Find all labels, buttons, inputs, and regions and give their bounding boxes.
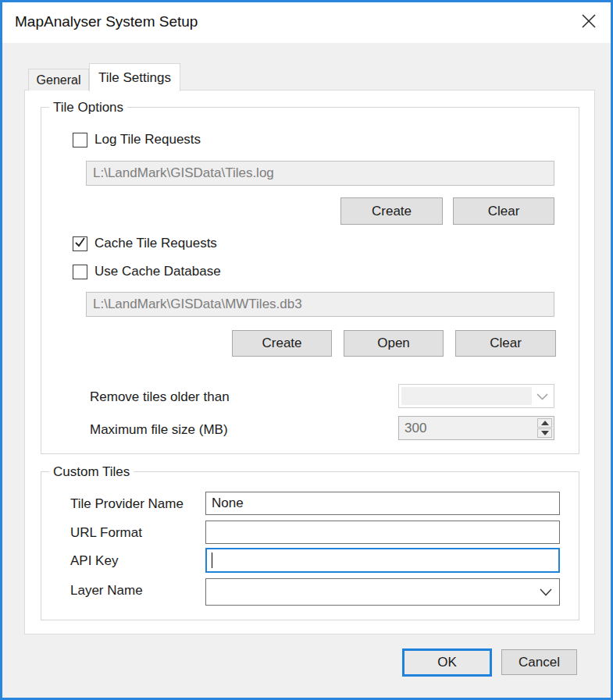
max-file-size-spinner[interactable]: 300 [398,416,554,440]
cache-tile-requests-label: Cache Tile Requests [94,236,217,251]
custom-tiles-group: Custom Tiles Tile Provider Name URL Form… [41,471,579,620]
remove-tiles-combobox[interactable] [398,384,554,408]
text-caret [212,553,212,568]
tile-options-group: Tile Options Log Tile Requests L:\LandMa… [41,107,579,454]
url-format-label: URL Format [70,525,142,541]
layer-name-label: Layer Name [70,583,143,599]
window-title: MapAnalyser System Setup [15,13,198,30]
ok-button[interactable]: OK [402,648,492,677]
combobox-fill [401,387,532,405]
cancel-button[interactable]: Cancel [501,649,577,675]
cache-tile-requests-checkbox[interactable] [73,236,87,251]
use-cache-database-checkbox[interactable] [73,265,87,279]
use-cache-database-row: Use Cache Database [73,264,221,279]
checkmark-icon [74,236,86,251]
use-cache-database-label: Use Cache Database [94,264,221,279]
max-file-size-value: 300 [405,421,426,436]
tile-provider-name-input[interactable] [206,492,559,514]
tile-provider-name-field-wrap [205,492,560,515]
remove-tiles-label: Remove tiles older than [90,389,230,405]
chevron-down-icon [540,585,552,599]
tile-settings-page: Tile Options Log Tile Requests L:\LandMa… [24,90,595,634]
arrow-down-icon [541,431,549,435]
log-tile-requests-checkbox[interactable] [73,133,87,147]
arrow-up-icon [541,421,549,425]
tile-options-legend: Tile Options [49,100,127,115]
api-key-input[interactable] [207,549,558,571]
log-create-button[interactable]: Create [340,197,443,225]
url-format-field-wrap [205,521,560,544]
spin-up-button[interactable] [537,418,552,428]
max-file-size-label: Maximum file size (MB) [90,422,228,438]
custom-tiles-legend: Custom Tiles [49,464,134,480]
spin-down-button[interactable] [537,428,552,438]
chevron-down-icon [536,389,548,403]
db-create-button[interactable]: Create [232,330,332,357]
api-key-field-wrap [205,548,560,573]
log-tile-requests-row: Log Tile Requests [73,132,201,147]
dialog-mapanalyser-system-setup: MapAnalyser System Setup General Tile Se… [0,0,613,700]
tile-provider-name-label: Tile Provider Name [70,496,184,512]
log-tile-requests-label: Log Tile Requests [94,132,201,147]
url-format-input[interactable] [206,521,559,543]
spinner-buttons [537,418,552,438]
layer-name-combobox[interactable] [205,578,560,606]
tab-general[interactable]: General [28,69,89,91]
title-bar[interactable]: MapAnalyser System Setup [2,2,611,43]
db-clear-button[interactable]: Clear [455,330,556,357]
cache-tile-requests-row: Cache Tile Requests [73,236,217,251]
db-open-button[interactable]: Open [344,330,444,357]
close-icon [580,12,597,33]
api-key-label: API Key [70,553,118,569]
tab-tile-settings[interactable]: Tile Settings [89,63,180,91]
db-path-field[interactable]: L:\LandMark\GISData\MWTiles.db3 [86,292,554,317]
log-clear-button[interactable]: Clear [453,197,554,225]
log-path-field[interactable]: L:\LandMark\GISData\Tiles.log [86,161,554,186]
close-button[interactable] [573,7,604,38]
